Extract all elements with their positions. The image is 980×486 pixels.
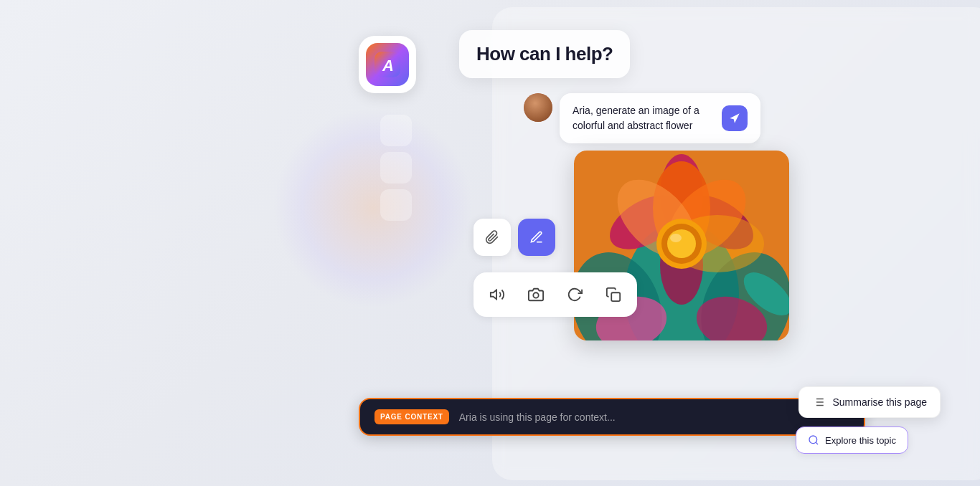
user-message-row: Aria, generate an image of a colorful an…	[524, 93, 760, 143]
context-bar: PAGE CONTEXT Aria is using this page for…	[359, 398, 865, 436]
summarise-label: Summarise this page	[832, 396, 927, 408]
svg-point-16	[667, 229, 696, 258]
send-button[interactable]	[722, 105, 748, 131]
attach-button[interactable]	[473, 219, 511, 256]
attach-icon	[485, 230, 499, 244]
context-text: Aria is using this page for context...	[459, 411, 616, 423]
sidebar-pill-1	[380, 115, 412, 146]
top-action-row	[473, 219, 555, 256]
aria-logo-svg: A	[374, 52, 400, 77]
copy-icon	[606, 287, 621, 302]
user-message-bubble: Aria, generate an image of a colorful an…	[560, 93, 760, 143]
bottom-action-row	[473, 272, 637, 317]
explore-label: Explore this topic	[825, 435, 896, 446]
svg-rect-24	[611, 292, 620, 301]
send-icon	[729, 113, 740, 124]
refresh-icon	[567, 287, 583, 302]
svg-point-23	[533, 292, 538, 297]
sidebar-pill-2	[380, 152, 412, 184]
camera-button[interactable]	[519, 278, 552, 311]
summarise-icon	[812, 396, 825, 409]
user-message-text: Aria, generate an image of a colorful an…	[573, 103, 713, 133]
explore-icon	[808, 434, 819, 446]
help-text: How can I help?	[476, 43, 613, 65]
svg-point-31	[809, 436, 817, 444]
aria-logo-box: A	[359, 36, 416, 93]
avatar-face	[524, 93, 552, 122]
svg-point-17	[670, 234, 682, 242]
speaker-button[interactable]	[481, 278, 514, 311]
page-context-badge: PAGE CONTEXT	[374, 409, 449, 424]
pen-button[interactable]	[518, 219, 555, 256]
user-avatar	[524, 93, 552, 122]
sidebar-decorative	[380, 115, 412, 221]
speaker-icon	[489, 287, 505, 302]
decorative-blob	[273, 108, 473, 308]
svg-line-32	[816, 442, 818, 444]
sidebar-pill-3	[380, 189, 412, 221]
svg-marker-22	[491, 290, 496, 300]
camera-icon	[528, 287, 544, 302]
help-bubble: How can I help?	[459, 30, 630, 78]
pen-icon	[529, 230, 544, 244]
svg-text:A: A	[382, 57, 393, 75]
refresh-button[interactable]	[558, 278, 591, 311]
copy-button[interactable]	[597, 278, 630, 311]
aria-logo: A	[366, 43, 409, 86]
explore-chip[interactable]: Explore this topic	[796, 427, 908, 454]
summarise-chip[interactable]: Summarise this page	[798, 386, 941, 418]
